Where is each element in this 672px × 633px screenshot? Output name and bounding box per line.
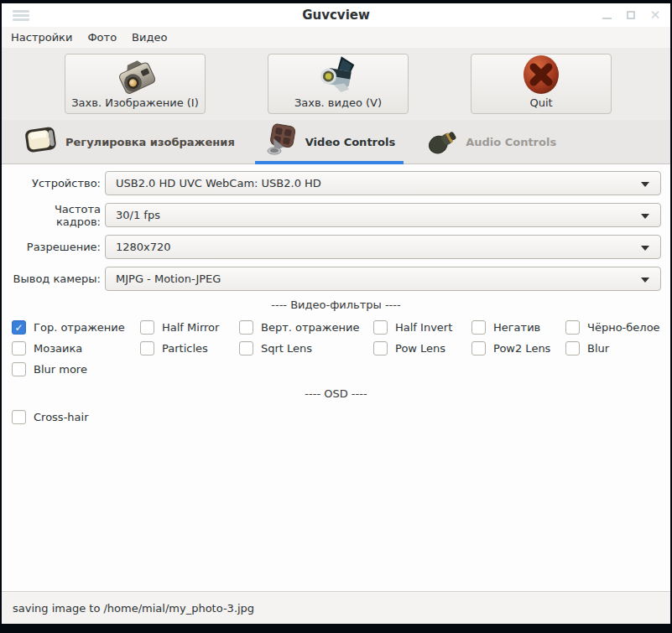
resolution-value: 1280x720: [116, 241, 171, 253]
tab-image-controls-label: Регулировка изображения: [65, 136, 235, 148]
minimize-button[interactable]: [600, 8, 613, 22]
resolution-dropdown[interactable]: 1280x720: [105, 235, 661, 259]
status-bar: saving image to /home/mial/my_photo-3.jp…: [2, 591, 670, 624]
filter-checkbox-blur[interactable]: Blur: [565, 341, 670, 355]
title-bar: Guvcview ✕: [2, 3, 670, 27]
window-title: Guvcview: [2, 8, 670, 23]
filter-checkbox-horizontal-flip[interactable]: Гор. отражение: [12, 320, 140, 335]
capture-image-label: Захв. Изображение (I): [71, 96, 199, 109]
osd-header: ---- OSD ----: [2, 387, 670, 401]
checkbox-icon: [12, 341, 26, 355]
tab-bar: Регулировка изображения: [2, 120, 670, 164]
checkbox-icon: [12, 410, 26, 424]
close-button[interactable]: ✕: [649, 8, 662, 22]
filter-checkbox-pow2-lens[interactable]: Pow2 Lens: [471, 341, 565, 355]
checkbox-icon: [239, 341, 253, 355]
filter-checkbox-negative[interactable]: Негатив: [471, 320, 565, 335]
resolution-label: Разрешение:: [8, 241, 101, 253]
camera-output-value: MJPG - Motion-JPEG: [116, 272, 221, 285]
camera-output-dropdown[interactable]: MJPG - Motion-JPEG: [105, 267, 661, 291]
filter-checkbox-blur-more[interactable]: Blur more: [12, 362, 140, 376]
video-controls-panel: Устройство: USB2.0 HD UVC WebCam: USB2.0…: [2, 164, 670, 591]
filter-checkbox-pow-lens[interactable]: Pow Lens: [373, 341, 471, 355]
audio-controls-icon: [424, 125, 459, 158]
checkbox-icon: [239, 320, 253, 335]
filter-checkbox-half-invert[interactable]: Half Invert: [373, 320, 471, 335]
menu-video[interactable]: Видео: [124, 29, 175, 46]
filter-checkbox-pieces[interactable]: Мозаика: [12, 341, 140, 355]
tab-video-controls-label: Video Controls: [305, 136, 395, 148]
quit-icon: [518, 53, 565, 96]
image-controls-icon: [23, 124, 59, 159]
chevron-down-icon: [641, 182, 649, 187]
video-camera-icon: [315, 53, 362, 96]
video-filters-grid: Гор. отражение Half Mirror Верт. отражен…: [2, 320, 670, 376]
filter-checkbox-half-mirror[interactable]: Half Mirror: [140, 320, 239, 335]
quit-button[interactable]: Quit: [471, 54, 612, 114]
checkbox-icon: [12, 362, 26, 376]
checkbox-icon: [140, 320, 154, 335]
checkbox-icon: [471, 341, 486, 355]
filter-checkbox-sqrt-lens[interactable]: Sqrt Lens: [239, 341, 373, 355]
tab-audio-controls-label: Audio Controls: [466, 136, 556, 148]
tab-image-controls[interactable]: Регулировка изображения: [15, 120, 243, 163]
tab-video-controls[interactable]: Video Controls: [255, 120, 404, 163]
tab-audio-controls[interactable]: Audio Controls: [415, 120, 565, 163]
osd-checkbox-cross-hair[interactable]: Cross-hair: [12, 410, 670, 424]
checkbox-icon: [140, 341, 154, 355]
filter-checkbox-vertical-flip[interactable]: Верт. отражение: [239, 320, 373, 335]
device-dropdown[interactable]: USB2.0 HD UVC WebCam: USB2.0 HD: [105, 171, 661, 195]
chevron-down-icon: [641, 278, 649, 283]
checkbox-icon: [373, 320, 388, 335]
capture-image-button[interactable]: Захв. Изображение (I): [65, 54, 206, 114]
capture-video-label: Захв. видео (V): [294, 96, 382, 109]
chevron-down-icon: [641, 246, 649, 251]
toolbar: Захв. Изображение (I): [2, 48, 670, 120]
video-controls-icon: [263, 123, 299, 160]
menu-bar: Настройки Фото Видео: [2, 27, 670, 48]
framerate-dropdown[interactable]: 30/1 fps: [105, 203, 661, 227]
menu-photo[interactable]: Фото: [80, 29, 124, 46]
capture-video-button[interactable]: Захв. видео (V): [268, 54, 409, 114]
video-filters-header: ---- Видео-фильтры ----: [2, 298, 670, 312]
chevron-down-icon: [641, 214, 649, 219]
checkbox-icon: [471, 320, 486, 335]
quit-label: Quit: [529, 96, 552, 109]
framerate-value: 30/1 fps: [116, 209, 160, 221]
maximize-button[interactable]: [624, 8, 638, 22]
filter-checkbox-monochrome[interactable]: Чёрно-белое: [565, 320, 670, 335]
framerate-label: Частота кадров:: [8, 203, 101, 228]
checkbox-icon: [12, 320, 26, 335]
camera-output-label: Вывод камеры:: [8, 272, 101, 285]
menu-settings[interactable]: Настройки: [3, 29, 80, 46]
app-window: Guvcview ✕ Настройки Фото Видео: [0, 0, 672, 633]
checkbox-icon: [565, 320, 580, 335]
device-label: Устройство:: [8, 177, 101, 189]
status-text: saving image to /home/mial/my_photo-3.jp…: [13, 602, 254, 615]
device-value: USB2.0 HD UVC WebCam: USB2.0 HD: [116, 177, 321, 189]
checkbox-icon: [565, 341, 580, 355]
photo-camera-icon: [112, 53, 159, 96]
filter-checkbox-particles[interactable]: Particles: [140, 341, 239, 355]
checkbox-icon: [373, 341, 388, 355]
